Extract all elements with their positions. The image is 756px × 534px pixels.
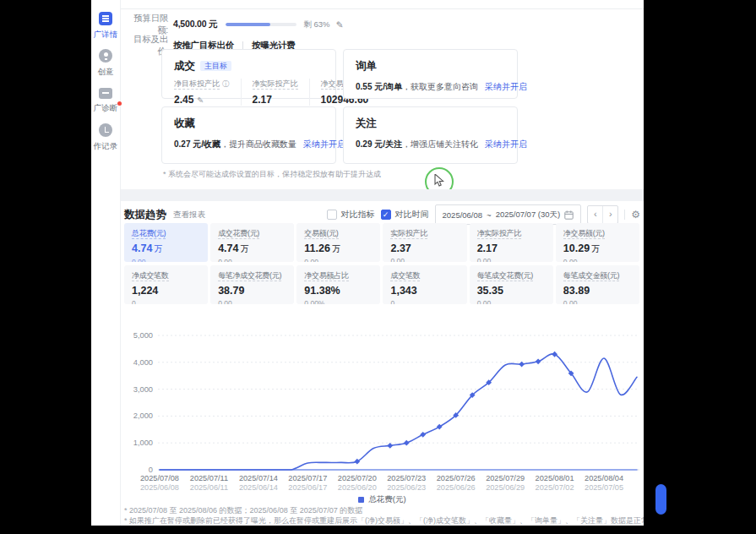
trend-metric-value: 10.29万 xyxy=(563,242,632,255)
chart-legend: 总花费(元) xyxy=(121,494,644,505)
trend-metric-value: 4.74万 xyxy=(218,242,286,255)
goal-card: 收藏0.27 元/收藏，提升商品收藏数量采纳并开启 xyxy=(161,106,336,164)
legend-label: 总花费(元) xyxy=(368,494,405,505)
budget-value: 4,500.00 元 xyxy=(173,19,217,30)
trend-metric-label: 净成交笔数 xyxy=(132,270,200,281)
data-point-marker xyxy=(404,440,410,446)
trend-metric-number: 83.89 xyxy=(563,285,590,297)
creative-idea-icon xyxy=(99,49,112,63)
date-range-input[interactable]: 2025/06/08 ~ 2025/07/07 (30天) xyxy=(435,204,582,225)
x-tick-label-primary: 2025/07/23 xyxy=(387,474,426,482)
edit-budget-icon[interactable]: ✎ xyxy=(335,19,343,30)
trend-metric-card[interactable]: 每笔成交金额(元)83.890.00 xyxy=(556,265,639,304)
trend-metric-card[interactable]: 净实际投产比2.170.00 xyxy=(470,223,553,262)
trend-metric-label-text: 净成交笔数 xyxy=(132,271,169,281)
sidebar-item-label: 广详情 xyxy=(94,30,118,41)
trend-metric-compare-value: 0.00 xyxy=(477,257,546,262)
trend-metric-label-text: 总花费(元) xyxy=(132,229,166,239)
trend-metric-compare-value: 0.00 xyxy=(218,299,286,304)
x-tick-label-secondary: 2025/07/05 xyxy=(585,483,623,492)
trend-metric-value: 38.79 xyxy=(218,285,286,297)
trend-metric-label-text: 净实际投产比 xyxy=(477,229,521,239)
trend-metric-card[interactable]: 净交易额(元)10.29万0.00 xyxy=(556,223,639,262)
goal-metric-value-text: 2.17 xyxy=(253,94,272,106)
sidebar-item[interactable]: 广详情 xyxy=(91,12,120,41)
trend-metric-unit: 万 xyxy=(332,244,340,253)
sidebar-item[interactable]: 广诊断 xyxy=(91,86,120,114)
x-tick-label-secondary: 2025/06/08 xyxy=(140,483,179,492)
trend-metric-card[interactable]: 总花费(元)4.74万0.00 xyxy=(124,223,208,262)
x-tick-label-secondary: 2025/06/14 xyxy=(239,483,278,492)
trend-metric-card[interactable]: 实际投产比2.370.00 xyxy=(383,223,466,262)
sidebar-item[interactable]: 创意 xyxy=(91,49,120,78)
x-tick-label-primary: 2025/07/26 xyxy=(437,474,476,482)
sidebar-item-label: 广诊断 xyxy=(94,103,118,114)
x-tick-label-secondary: 2025/06/11 xyxy=(190,483,228,492)
adopt-and-enable-link[interactable]: 采纳并开启 xyxy=(303,139,345,149)
x-tick-label-secondary: 2025/06/23 xyxy=(387,483,426,492)
trend-metric-card[interactable]: 交易额(元)11.26万0.00 xyxy=(296,223,380,262)
date-pager: ‹ › xyxy=(587,205,618,224)
trend-metric-card[interactable]: 每笔成交花费(元)35.350.00 xyxy=(470,265,553,304)
edit-goal-icon[interactable]: ✎ xyxy=(197,95,204,105)
floating-side-tab[interactable] xyxy=(655,484,666,515)
budget-label: 预算日限额: xyxy=(124,13,168,36)
compare-time-checkbox-group[interactable]: ✓ 对比时间 xyxy=(381,209,429,221)
campaign-detail-icon xyxy=(99,12,112,25)
trend-metric-card[interactable]: 成交笔数1,3430 xyxy=(383,265,466,304)
trend-metric-value: 1,343 xyxy=(390,285,459,297)
trend-metric-label: 每笔成交金额(元) xyxy=(563,270,632,281)
compare-time-checkbox[interactable]: ✓ xyxy=(381,210,391,220)
y-tick-label: 1,000 xyxy=(133,439,153,447)
section-divider xyxy=(121,189,644,201)
sidebar-item[interactable]: 作记录 xyxy=(91,123,120,152)
compare-metric-checkbox[interactable] xyxy=(327,210,337,220)
goal-card-title-row: 询单 xyxy=(356,57,505,74)
goal-metric-value-text: 2.45 xyxy=(174,94,193,106)
adopt-and-enable-link[interactable]: 采纳并开启 xyxy=(485,82,527,91)
gear-icon[interactable]: ⚙ xyxy=(631,209,640,221)
trend-metric-card[interactable]: 净交易额占比91.38%0.00% xyxy=(296,265,380,304)
chevron-left-icon[interactable]: ‹ xyxy=(588,206,602,223)
trend-metric-card[interactable]: 每笔净成交花费(元)38.790.00 xyxy=(210,265,294,304)
date-range-start: 2025/06/08 xyxy=(443,210,483,220)
compare-metric-label: 对比指标 xyxy=(341,209,375,221)
trend-metric-label-text: 每笔净成交花费(元) xyxy=(218,271,281,281)
x-tick-label-primary: 2025/07/11 xyxy=(190,474,228,482)
footnote-line: * 2025/07/08 至 2025/08/06 的数据；2025/06/08… xyxy=(124,505,644,515)
data-point-marker xyxy=(519,362,525,368)
x-tick-label-primary: 2025/07/29 xyxy=(486,474,525,482)
compare-time-label: 对比时间 xyxy=(395,209,429,221)
trend-metric-card[interactable]: 净成交笔数1,2240 xyxy=(124,265,208,304)
trend-metric-card[interactable]: 成交花费(元)4.74万0.00 xyxy=(210,223,294,262)
goal-card-title: 收藏 xyxy=(174,117,195,129)
goal-card-title: 询单 xyxy=(356,60,377,72)
goal-metric: 净实际投产比2.17 xyxy=(241,79,309,106)
goal-card-desc-text: ，增强店铺关注转化 xyxy=(402,139,478,149)
controls-separator xyxy=(624,210,625,220)
trend-metric-number: 4.74 xyxy=(132,242,152,254)
main-content: 预算日限额: 4,500.00 元 剩 63% ✎ 目标及出价: 按推广目标出价… xyxy=(121,0,644,526)
trend-metric-number: 2.37 xyxy=(390,242,411,254)
compare-metric-checkbox-group[interactable]: 对比指标 xyxy=(327,209,375,221)
trend-metric-label: 每笔成交花费(元) xyxy=(477,270,546,281)
trend-metric-label-text: 净交易额占比 xyxy=(304,271,348,281)
goal-cards: 成交主目标净目标投产比ⓘ2.45✎净实际投产比2.17净交易额(元)102946… xyxy=(161,49,519,164)
budget-progress-bar xyxy=(226,23,296,26)
x-tick-label-secondary: 2025/06/26 xyxy=(437,483,476,492)
adopt-and-enable-link[interactable]: 采纳并开启 xyxy=(485,139,527,149)
chevron-right-icon[interactable]: › xyxy=(602,206,617,223)
trend-metric-compare-value: 0 xyxy=(390,299,459,304)
trend-metric-number: 91.38% xyxy=(304,285,340,297)
date-range-separator: ~ xyxy=(487,210,492,220)
data-point-marker xyxy=(354,459,360,465)
goal-card-desc: 0.29 元/关注，增强店铺关注转化采纳并开启 xyxy=(356,139,505,150)
view-report-link[interactable]: 查看报表 xyxy=(173,210,205,221)
mouse-cursor-icon xyxy=(434,174,446,188)
goal-card: 成交主目标净目标投产比ⓘ2.45✎净实际投产比2.17净交易额(元)102946… xyxy=(161,49,336,99)
trend-metric-value: 11.26万 xyxy=(304,242,373,255)
trend-metric-label: 成交笔数 xyxy=(390,270,459,281)
trend-metric-number: 1,224 xyxy=(132,285,158,297)
trend-metric-compare-value: 0.00 xyxy=(218,258,286,262)
goal-metric-value: 2.45✎ xyxy=(174,94,230,106)
